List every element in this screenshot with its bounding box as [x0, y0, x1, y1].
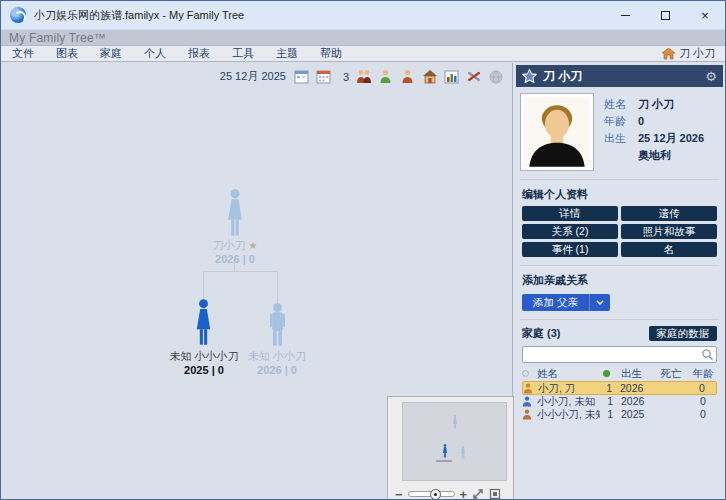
divider: [520, 265, 719, 266]
menu-person[interactable]: 个人: [133, 46, 177, 61]
row-age: 0: [689, 395, 717, 408]
favorite-star-icon[interactable]: [522, 69, 537, 83]
female-figure-icon: [223, 189, 247, 237]
edit-section-title: 编辑个人资料: [516, 182, 723, 206]
search-input[interactable]: [522, 346, 717, 363]
child-2-dates: 2026 | 0: [217, 364, 337, 376]
row-name: 小小刀, 未知: [537, 395, 600, 408]
tree-connector: [203, 271, 204, 299]
tools-button[interactable]: [465, 68, 482, 85]
chart-icon: [444, 70, 459, 84]
header-age[interactable]: 年龄: [689, 367, 717, 380]
family-table-header: 姓名 出生 死亡 年龄: [522, 367, 717, 380]
root-name: 刀小刀: [212, 239, 245, 251]
close-button[interactable]: ×: [685, 1, 725, 29]
family-section-header: 家庭 (3) 家庭的数据: [516, 322, 723, 344]
generations-count: 3: [343, 71, 349, 83]
zoom-in-button[interactable]: +: [460, 488, 468, 500]
row-count: 1: [599, 382, 612, 395]
tree-person-child-2[interactable]: [266, 303, 289, 349]
detail-label: [604, 147, 634, 164]
show-couple-button[interactable]: [355, 68, 372, 85]
menu-charts[interactable]: 图表: [45, 46, 89, 61]
details-button[interactable]: 详情: [522, 206, 618, 221]
maximize-icon: [661, 11, 670, 20]
canvas-toolbar: 25 12月 2025 3: [220, 68, 504, 85]
minimap-person-icon: [459, 446, 467, 459]
person-icon: [522, 409, 532, 420]
header-death[interactable]: 死亡: [653, 367, 689, 380]
maximize-button[interactable]: [645, 1, 685, 29]
home-view-button[interactable]: [421, 68, 438, 85]
tree-label-root: 刀小刀 ★ 2026 | 0: [175, 238, 295, 265]
add-father-split-button: 添加 父亲: [522, 294, 610, 311]
genetics-button[interactable]: 遗传: [621, 206, 717, 221]
menu-file[interactable]: 文件: [9, 46, 45, 61]
detail-label: 年龄: [604, 113, 634, 130]
person-card: 姓名 刀 小刀 年龄 0 出生 25 12月 2026 奥地利: [516, 87, 723, 177]
home-person-name: 刀 小刀: [679, 46, 715, 61]
star-icon: ★: [249, 240, 258, 251]
tree-canvas[interactable]: 25 12月 2025 3: [1, 63, 513, 499]
detail-label: 姓名: [604, 96, 634, 113]
menu-help[interactable]: 帮助: [309, 46, 353, 61]
panel-person-name: 刀 小刀: [543, 68, 705, 85]
show-person-button[interactable]: [377, 68, 394, 85]
relationships-button[interactable]: 关系 (2): [522, 224, 618, 239]
web-search-button[interactable]: [487, 68, 504, 85]
avatar: [524, 97, 590, 167]
menu-themes[interactable]: 主题: [265, 46, 309, 61]
search-icon: [701, 348, 714, 361]
statistics-button[interactable]: [443, 68, 460, 85]
menu-family[interactable]: 家庭: [89, 46, 133, 61]
minimize-button[interactable]: [605, 1, 645, 29]
zoom-slider-handle[interactable]: [430, 489, 441, 500]
calendar-icon: [316, 70, 331, 84]
table-row[interactable]: 小小刀, 未知 1 2026 0: [522, 395, 717, 408]
zoom-out-button[interactable]: −: [395, 488, 403, 500]
timeline-button[interactable]: [293, 68, 310, 85]
person-red-icon: [401, 69, 414, 84]
add-father-button[interactable]: 添加 父亲: [522, 294, 589, 311]
fit-to-window-icon[interactable]: [472, 488, 484, 500]
header-birth[interactable]: 出生: [613, 367, 653, 380]
zoom-slider[interactable]: [408, 491, 455, 497]
menu-reports[interactable]: 报表: [177, 46, 221, 61]
header-name[interactable]: 姓名: [537, 367, 600, 380]
menu-tools[interactable]: 工具: [221, 46, 265, 61]
events-button[interactable]: 事件 (1): [522, 242, 618, 257]
home-person-indicator[interactable]: 刀 小刀: [662, 46, 717, 61]
detail-value-age: 0: [638, 113, 644, 130]
photos-stories-button[interactable]: 照片和故事: [621, 224, 717, 239]
row-birth: 2025: [613, 408, 653, 421]
person-icon: [523, 383, 533, 394]
table-row[interactable]: 小小小刀, 未知 1 2025 0: [522, 408, 717, 421]
tools-icon: [466, 69, 482, 84]
person-photo[interactable]: [520, 93, 594, 171]
date-picker-button[interactable]: [315, 68, 332, 85]
sort-icon[interactable]: [522, 370, 529, 377]
minimap-panel: − +: [387, 396, 514, 500]
row-birth: 2026: [613, 395, 653, 408]
living-status-icon: [603, 370, 610, 377]
chevron-down-icon: [596, 300, 604, 305]
show-person-2-button[interactable]: [399, 68, 416, 85]
female-figure-icon: [192, 299, 215, 346]
tree-person-root[interactable]: [223, 189, 247, 239]
row-count: 1: [600, 395, 613, 408]
table-row[interactable]: 小刀, 刀 1 2026 0: [522, 381, 717, 395]
minimap-preview[interactable]: [402, 402, 507, 481]
row-age: 0: [688, 382, 716, 395]
couple-icon: [356, 69, 372, 84]
family-title: 家庭 (3): [522, 326, 649, 341]
actual-size-icon[interactable]: [489, 488, 501, 500]
names-button[interactable]: 名: [621, 242, 717, 257]
family-data-button[interactable]: 家庭的数据: [649, 326, 718, 341]
app-icon: [10, 7, 26, 23]
person-panel-header: 刀 小刀 ⚙: [516, 65, 723, 87]
add-relative-dropdown[interactable]: [589, 294, 610, 311]
tree-connector: [203, 271, 278, 272]
tree-person-child-1[interactable]: [192, 299, 215, 348]
gear-icon[interactable]: ⚙: [705, 70, 717, 83]
title-bar: 小刀娱乐网的族谱.familyx - My Family Tree ×: [1, 1, 725, 30]
